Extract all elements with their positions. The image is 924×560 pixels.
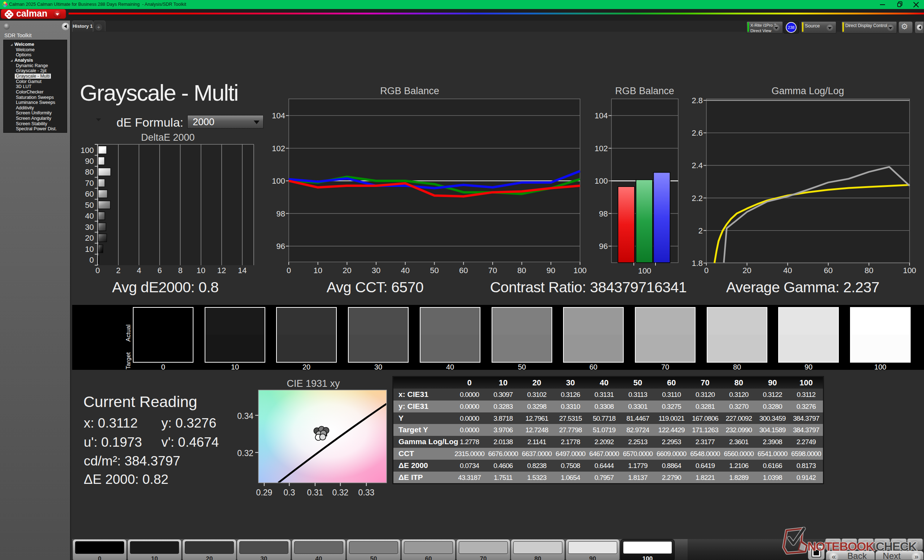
svg-text:90: 90 (546, 266, 555, 275)
svg-text:0.32: 0.32 (237, 449, 254, 458)
svg-text:60: 60 (824, 266, 832, 275)
svg-text:20: 20 (342, 266, 351, 275)
svg-text:0.29: 0.29 (256, 488, 273, 497)
svg-text:60: 60 (85, 189, 94, 198)
svg-text:2.2: 2.2 (692, 194, 703, 203)
svg-text:20: 20 (742, 266, 751, 275)
svg-text:12: 12 (217, 266, 226, 275)
svg-text:2.6: 2.6 (692, 129, 703, 138)
svg-text:100: 100 (903, 266, 916, 275)
svg-text:10: 10 (85, 245, 94, 254)
svg-text:80: 80 (517, 266, 526, 275)
svg-text:98: 98 (599, 209, 608, 218)
svg-text:104: 104 (594, 111, 608, 120)
svg-text:104: 104 (272, 111, 285, 120)
svg-text:10: 10 (197, 266, 206, 275)
svg-text:Gamma Log/Log: Gamma Log/Log (771, 85, 844, 96)
svg-text:100: 100 (573, 266, 587, 275)
svg-text:80: 80 (85, 168, 94, 177)
svg-text:102: 102 (272, 144, 285, 153)
svg-text:50: 50 (430, 266, 438, 275)
svg-text:2.8: 2.8 (692, 96, 703, 105)
svg-text:60: 60 (459, 266, 468, 275)
svg-text:96: 96 (276, 242, 285, 251)
svg-text:RGB Balance: RGB Balance (615, 85, 674, 96)
svg-text:14: 14 (238, 266, 246, 275)
svg-text:CIE 1931 xy: CIE 1931 xy (286, 378, 340, 389)
svg-text:100: 100 (81, 146, 94, 155)
svg-text:0: 0 (286, 266, 291, 275)
svg-text:80: 80 (864, 266, 873, 275)
svg-text:98: 98 (276, 209, 285, 218)
svg-text:30: 30 (85, 223, 94, 232)
svg-text:96: 96 (599, 242, 608, 251)
svg-text:10: 10 (313, 266, 322, 275)
svg-text:0.31: 0.31 (307, 488, 323, 497)
svg-text:102: 102 (594, 144, 608, 153)
svg-text:40: 40 (85, 211, 94, 220)
svg-text:6: 6 (158, 266, 162, 275)
svg-text:0: 0 (704, 266, 708, 275)
svg-text:0.34: 0.34 (237, 411, 254, 421)
svg-text:CHECK: CHECK (876, 539, 917, 553)
svg-text:70: 70 (85, 179, 94, 188)
svg-text:2: 2 (116, 266, 120, 275)
svg-text:40: 40 (783, 266, 792, 275)
svg-text:0.33: 0.33 (358, 488, 375, 497)
svg-text:30: 30 (372, 266, 380, 275)
svg-text:DeltaE 2000: DeltaE 2000 (141, 132, 195, 143)
svg-text:100: 100 (272, 177, 285, 186)
svg-text:RGB Balance: RGB Balance (380, 85, 439, 96)
svg-text:0.32: 0.32 (332, 488, 349, 497)
svg-text:2.4: 2.4 (692, 161, 703, 170)
svg-text:0: 0 (90, 256, 94, 265)
svg-text:4: 4 (137, 266, 141, 275)
svg-text:8: 8 (178, 266, 182, 275)
svg-text:NOTEBOOK: NOTEBOOK (807, 539, 874, 553)
svg-text:1.8: 1.8 (692, 259, 703, 268)
svg-text:40: 40 (401, 266, 410, 275)
svg-text:70: 70 (488, 266, 497, 275)
svg-text:20: 20 (85, 234, 94, 243)
svg-text:100: 100 (594, 177, 608, 186)
svg-text:90: 90 (85, 157, 94, 166)
svg-text:0.3: 0.3 (284, 488, 295, 497)
svg-text:2: 2 (698, 226, 703, 235)
svg-text:0: 0 (95, 266, 100, 275)
svg-text:50: 50 (85, 201, 94, 210)
svg-text:100: 100 (638, 266, 651, 275)
